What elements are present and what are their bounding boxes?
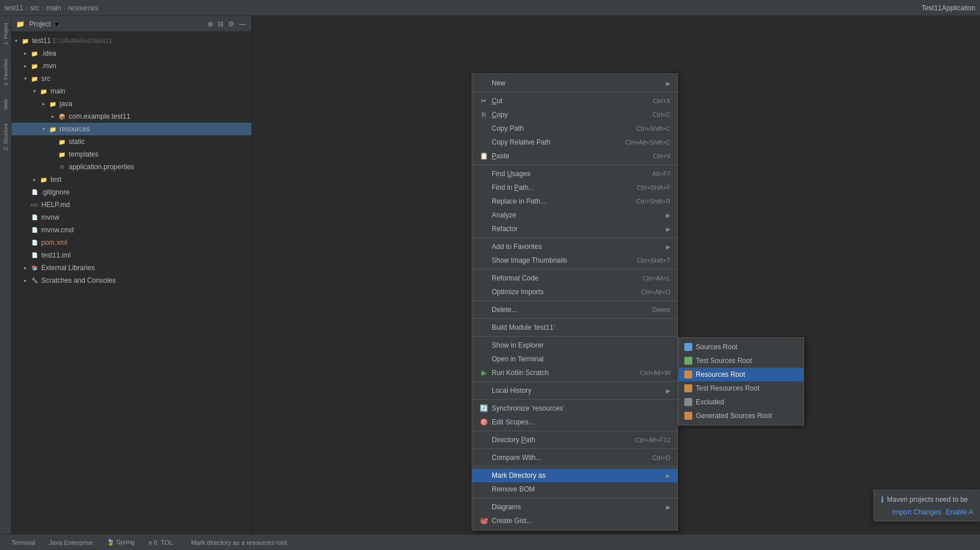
icon-java: 📁 (48, 99, 57, 108)
tree-item-mvn[interactable]: ▸ 📁 .mvn (11, 60, 252, 72)
diagrams-icon (479, 502, 488, 512)
tree-item-main[interactable]: ▾ 📁 main (11, 85, 252, 97)
project-dropdown-icon[interactable]: ▾ (55, 20, 58, 28)
tree-item-test[interactable]: ▸ 📁 test (11, 173, 252, 186)
menu-item-comparewith[interactable]: Compare With... Ctrl+D (472, 451, 677, 465)
menu-item-removebom[interactable]: Remove BOM (472, 482, 677, 496)
menu-label-copypath: Copy Path (492, 124, 627, 132)
terminal-label: Terminal (11, 539, 36, 546)
tree-item-pomxml[interactable]: ▸ 📄 pom.xml (11, 236, 252, 249)
tab-terminal[interactable]: Terminal (5, 535, 42, 551)
copypath-icon (479, 124, 488, 133)
shortcut-paste: Ctrl+V (653, 153, 671, 159)
bottom-status: Mark directory as a resources root (191, 539, 287, 546)
bottom-tabs: Terminal Java Enterprise 🍃 Spring ≡ 6: T… (5, 535, 180, 551)
notification-header: ℹ Maven projects need to be (881, 495, 973, 505)
tree-item-appprops[interactable]: ▸ ⚙ application.properties (11, 161, 252, 173)
tree-item-scratches[interactable]: ▸ 🔧 Scratches and Consoles (11, 274, 252, 287)
tree-item-helpmd[interactable]: ▸ MD HELP.md (11, 198, 252, 211)
menu-label-addtofav: Add to Favorites (492, 243, 664, 251)
tab-6[interactable]: ≡ 6: TOL (142, 535, 180, 551)
icon-helpmd: MD (30, 200, 39, 209)
icon-generated-sources-root (684, 412, 692, 420)
menu-item-openinterminal[interactable]: Open in Terminal (472, 352, 677, 366)
menu-item-new[interactable]: New ▶ (472, 76, 677, 90)
menu-item-optimizeimports[interactable]: Optimize Imports Ctrl+Alt+O (472, 285, 677, 299)
menu-item-buildmodule[interactable]: Build Module 'test11' (472, 321, 677, 334)
tree-item-mvnw[interactable]: ▸ 📄 mvnw (11, 211, 252, 224)
menu-label-buildmodule: Build Module 'test11' (492, 323, 671, 331)
shortcut-copypath: Ctrl+Shift+C (636, 125, 671, 132)
tree-item-static[interactable]: ▸ 📁 static (11, 135, 252, 148)
menu-item-copypath[interactable]: Copy Path Ctrl+Shift+C (472, 122, 677, 135)
menu-item-creategist[interactable]: 🐙 Create Gist... (472, 514, 677, 528)
tree-item-templates[interactable]: ▸ 📁 templates (11, 148, 252, 161)
menu-label-showinexplorer: Show in Explorer (492, 341, 671, 349)
minimize-icon[interactable]: — (238, 19, 247, 29)
enable-auto-link[interactable]: Enable A (946, 508, 973, 516)
icon-mvn: 📁 (30, 61, 39, 71)
menu-item-showinexplorer[interactable]: Show in Explorer (472, 338, 677, 352)
menu-item-showimgthumbs[interactable]: Show Image Thumbnails Ctrl+Shift+T (472, 253, 677, 267)
submenu-item-sourcesroot[interactable]: Sources Root (679, 340, 803, 354)
sidebar-item-structure[interactable]: Z: Structure (0, 116, 11, 157)
delete-icon (479, 305, 488, 314)
menu-item-refactor[interactable]: Refactor ▶ (472, 222, 677, 236)
menu-item-replaceinpath[interactable]: Replace in Path... Ctrl+Shift+R (472, 194, 677, 208)
sidebar-item-project[interactable]: 1: Project (0, 16, 11, 52)
menu-item-editscopes[interactable]: 🎯 Edit Scopes... (472, 415, 677, 429)
submenu-item-testsourcesroot[interactable]: Test Sources Root (679, 354, 803, 368)
menu-item-paste[interactable]: 📋 Paste Ctrl+V (472, 149, 677, 163)
icon-resources-root (684, 370, 692, 379)
tree-item-java[interactable]: ▸ 📁 java (11, 97, 252, 110)
menu-item-runkotlin[interactable]: ▶ Run Kotlin Scratch Ctrl+Alt+W (472, 366, 677, 380)
menu-item-dirpath[interactable]: Directory Path Ctrl+Alt+F12 (472, 433, 677, 447)
markdirectoryas-arrow: ▶ (666, 473, 671, 479)
menu-item-diagrams[interactable]: Diagrams ▶ (472, 500, 677, 514)
menu-item-localhistory[interactable]: Local History ▶ (472, 384, 677, 397)
tab-spring[interactable]: 🍃 Spring (100, 535, 142, 551)
showinexplorer-icon (479, 341, 488, 350)
refactor-arrow: ▶ (666, 226, 671, 232)
tree-item-src[interactable]: ▾ 📁 src (11, 72, 252, 85)
tree-item-mvnwcmd[interactable]: ▸ 📄 mvnw.cmd (11, 224, 252, 236)
tab-java-enterprise[interactable]: Java Enterprise (42, 535, 100, 551)
project-folder-icon: 📁 (16, 20, 25, 28)
menu-item-copyrelpath[interactable]: Copy Relative Path Ctrl+Alt+Shift+C (472, 135, 677, 149)
import-changes-link[interactable]: Import Changes (892, 508, 941, 516)
menu-item-addtofav[interactable]: Add to Favorites ▶ (472, 240, 677, 253)
tree-item-idea[interactable]: ▸ 📁 .idea (11, 47, 252, 60)
submenu-item-generatedsourcesroot[interactable]: Generated Sources Root (679, 409, 803, 423)
tree-item-resources[interactable]: ▾ 📁 resources (11, 123, 252, 135)
tree-item-test11iml[interactable]: ▸ 📄 test11.iml (11, 249, 252, 262)
menu-item-reformatcode[interactable]: Reformat Code Ctrl+Alt+L (472, 271, 677, 285)
title-bar-right: Test11Application (922, 4, 975, 12)
menu-item-cut[interactable]: ✂ Cut Ctrl+X (472, 94, 677, 108)
submenu-item-testresourcesroot[interactable]: Test Resources Root (679, 381, 803, 395)
tree-item-com[interactable]: ▸ 📦 com.example.test11 (11, 110, 252, 123)
settings-icon[interactable]: ⚙ (227, 19, 236, 29)
menu-item-copy[interactable]: ⎘ Copy Ctrl+C (472, 108, 677, 122)
locate-icon[interactable]: ⊕ (206, 19, 214, 29)
menu-item-findusages[interactable]: Find Usages Alt+F7 (472, 167, 677, 181)
spring-label: 🍃 Spring (107, 539, 135, 546)
menu-item-delete[interactable]: Delete... Delete (472, 303, 677, 317)
menu-item-analyze[interactable]: Analyze ▶ (472, 208, 677, 222)
arrow-java: ▸ (39, 101, 48, 107)
menu-label-editscopes: Edit Scopes... (492, 418, 671, 426)
tree-item-gitignore[interactable]: ▸ 📄 .gitignore (11, 186, 252, 198)
menu-label-paste: Paste (492, 152, 644, 160)
label-mvnw: mvnw (41, 213, 59, 221)
menu-item-findinpath[interactable]: Find in Path... Ctrl+Shift+F (472, 181, 677, 194)
sidebar-item-web[interactable]: Web (0, 92, 11, 116)
menu-item-markdirectoryas[interactable]: Mark Directory as ▶ (472, 469, 677, 482)
sidebar-item-favorites[interactable]: 2: Favorites (0, 52, 11, 92)
collapse-icon[interactable]: ⊟ (217, 19, 225, 29)
label-test-sources-root: Test Sources Root (696, 357, 752, 365)
label-mvnwcmd: mvnw.cmd (41, 226, 74, 234)
tree-item-test11[interactable]: ▾ 📁 test11 E:\JAVAWord2\test11 (11, 34, 252, 47)
submenu-item-resourcesroot[interactable]: Resources Root (679, 368, 803, 381)
menu-item-syncresources[interactable]: 🔄 Synchronize 'resources' (472, 401, 677, 415)
submenu-item-excluded[interactable]: Excluded (679, 395, 803, 409)
tree-item-extlib[interactable]: ▸ 📚 External Libraries (11, 262, 252, 274)
